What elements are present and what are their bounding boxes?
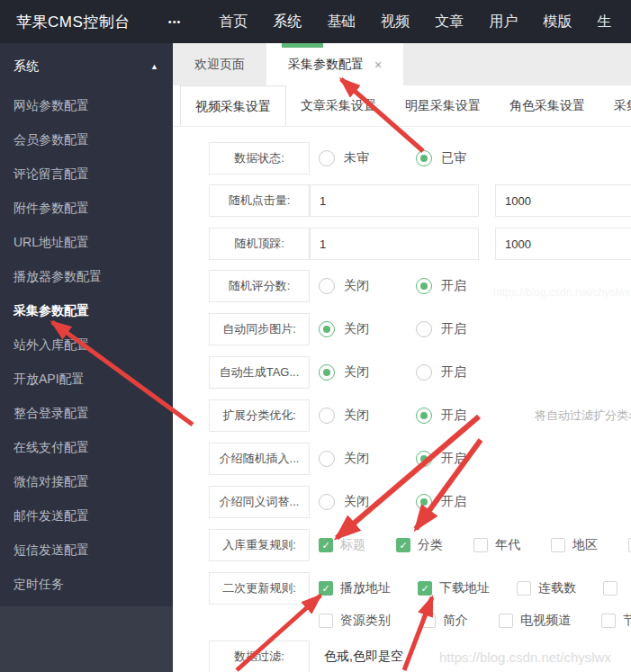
nav-item-template[interactable]: 模版 [530, 0, 584, 43]
subtab-star-collect[interactable]: 明星采集设置 [391, 85, 495, 126]
radio-label: 开启 [441, 451, 466, 467]
checkbox-label: 资源类别 [340, 613, 391, 629]
sidebar-group-header[interactable]: 系统 ▲ [0, 43, 173, 88]
sidebar-item-offsite-storage[interactable]: 站外入库配置 [0, 327, 173, 362]
checkbox-tv-channel[interactable]: 电视频道 [499, 613, 571, 629]
radio-off[interactable]: 关闭 [319, 408, 416, 424]
app-title: 苹果CMS控制台 [16, 12, 131, 32]
nav-item-home[interactable]: 首页 [206, 0, 260, 43]
radio-icon [416, 321, 432, 337]
nav-item-basic[interactable]: 基础 [314, 0, 368, 43]
nav-item-system[interactable]: 系统 [260, 0, 314, 43]
sidebar-item-scheduled-tasks[interactable]: 定时任务 [0, 567, 173, 601]
sidebar-item-email-config[interactable]: 邮件发送配置 [0, 498, 173, 533]
field-label: 数据过滤: [209, 641, 310, 672]
checkbox-label: 节 [623, 613, 631, 629]
checkbox-label: 简介 [443, 613, 468, 629]
checkbox-area[interactable]: 地区 [551, 537, 598, 553]
form-row-random-score: 随机评分数: 关闭 开启 [209, 270, 513, 302]
random-votes-min-input[interactable] [310, 228, 479, 260]
radio-icon [416, 408, 432, 424]
radio-on[interactable]: 开启 [416, 451, 513, 467]
radio-label: 开启 [441, 321, 466, 337]
radio-icon [319, 364, 335, 381]
field-label: 入库重复规则: [209, 529, 310, 561]
tab-welcome[interactable]: 欢迎页面 [173, 43, 266, 85]
radio-off[interactable]: 关闭 [319, 451, 416, 467]
sidebar-item-integrated-login[interactable]: 整合登录配置 [0, 396, 173, 430]
checkbox-synopsis[interactable]: 简介 [421, 613, 468, 629]
checkbox-icon: ✓ [418, 581, 432, 596]
radio-label: 开启 [441, 408, 466, 424]
radio-on[interactable]: 开启 [416, 321, 513, 337]
close-icon[interactable]: × [374, 58, 382, 71]
sidebar-group-system: 系统 ▲ 网站参数配置 会员参数配置 评论留言配置 附件参数配置 URL地址配置… [0, 43, 173, 606]
radio-label: 关闭 [344, 364, 369, 381]
subtab-role-collect[interactable]: 角色采集设置 [495, 85, 599, 126]
form-row-random-clicks: 随机点击量: [209, 184, 631, 217]
checkbox-icon [499, 614, 513, 628]
random-clicks-max-input[interactable] [495, 184, 631, 217]
checkbox-label: 分类 [418, 537, 443, 553]
sidebar-item-url-config[interactable]: URL地址配置 [0, 225, 173, 259]
random-clicks-min-input[interactable] [310, 184, 479, 217]
random-votes-max-input[interactable] [495, 228, 631, 260]
checkbox-resource-type[interactable]: 资源类别 [319, 613, 391, 629]
checkbox-category[interactable]: ✓ 分类 [396, 537, 443, 553]
form-row-storage-duplicate-rule: 入库重复规则: ✓ 标题 ✓ 分类 年代 地区 [209, 529, 631, 561]
radio-off[interactable]: 关闭 [319, 364, 416, 381]
sidebar-item-site-params[interactable]: 网站参数配置 [0, 88, 173, 122]
sidebar-item-player-params[interactable]: 播放器参数配置 [0, 259, 173, 293]
subtab-collect-more[interactable]: 采集 [599, 85, 631, 126]
field-label: 介绍随机插入... [209, 443, 310, 475]
checkbox-download-url[interactable]: ✓ 下载地址 [418, 580, 490, 596]
nav-item-generate[interactable]: 生 [584, 0, 624, 43]
checkbox-icon: ✓ [396, 538, 410, 552]
radio-on[interactable]: 开启 [416, 494, 513, 510]
checkbox-label: 标题 [340, 537, 365, 553]
radio-on[interactable]: 开启 [416, 364, 513, 381]
checkbox-serial-count[interactable]: 连载数 [517, 580, 576, 596]
tab-collect-config[interactable]: 采集参数配置 × [266, 43, 403, 85]
nav-item-user[interactable]: 用户 [476, 0, 530, 43]
subtab-article-collect[interactable]: 文章采集设置 [286, 85, 391, 126]
sidebar: 系统 ▲ 网站参数配置 会员参数配置 评论留言配置 附件参数配置 URL地址配置… [0, 43, 173, 672]
sidebar-item-wechat-config[interactable]: 微信对接配置 [0, 464, 173, 498]
radio-off[interactable]: 关闭 [319, 278, 416, 294]
radio-icon [319, 408, 335, 424]
checkbox-label: 播放地址 [340, 580, 391, 596]
field-label: 随机点击量: [209, 184, 310, 217]
field-hint: 将自动过滤扩分类名称里的 [535, 408, 631, 424]
radio-off[interactable]: 关闭 [319, 321, 416, 337]
sidebar-item-online-payment[interactable]: 在线支付配置 [0, 430, 173, 464]
nav-item-article[interactable]: 文章 [422, 0, 476, 43]
sidebar-item-member-params[interactable]: 会员参数配置 [0, 122, 173, 157]
radio-unaudited[interactable]: 未审 [319, 150, 416, 166]
sidebar-item-sms-config[interactable]: 短信发送配置 [0, 533, 173, 567]
checkbox-icon [517, 581, 531, 596]
radio-audited[interactable]: 已审 [416, 150, 513, 166]
checkbox-year[interactable]: 年代 [473, 537, 520, 553]
checkbox-program[interactable]: 节 [601, 613, 631, 629]
radio-label: 已审 [441, 150, 466, 166]
more-menu-icon[interactable]: ••• [168, 16, 182, 27]
subtab-video-collect[interactable]: 视频采集设置 [180, 85, 286, 126]
radio-off[interactable]: 关闭 [319, 494, 416, 510]
checkbox-title[interactable]: ✓ 标题 [319, 537, 365, 553]
sidebar-item-attachment-params[interactable]: 附件参数配置 [0, 191, 173, 225]
checkbox-icon [473, 538, 488, 552]
radio-label: 关闭 [344, 494, 369, 510]
sidebar-item-comment-config[interactable]: 评论留言配置 [0, 157, 173, 191]
tab-collect-config-label: 采集参数配置 [288, 43, 364, 85]
checkbox-cutoff[interactable] [603, 581, 617, 596]
nav-item-video[interactable]: 视频 [368, 0, 422, 43]
sidebar-item-open-api[interactable]: 开放API配置 [0, 362, 173, 396]
radio-icon [319, 321, 335, 337]
checkbox-play-url[interactable]: ✓ 播放地址 [319, 580, 391, 596]
form-row-auto-generate-tag: 自动生成TAG... 关闭 开启 [209, 356, 513, 389]
sidebar-group-label: 系统 [14, 58, 39, 73]
radio-on[interactable]: 开启 [416, 408, 513, 424]
radio-icon [416, 278, 432, 294]
checkbox-icon: ✓ [319, 581, 333, 596]
sidebar-item-collect-params[interactable]: 采集参数配置 [0, 293, 173, 327]
